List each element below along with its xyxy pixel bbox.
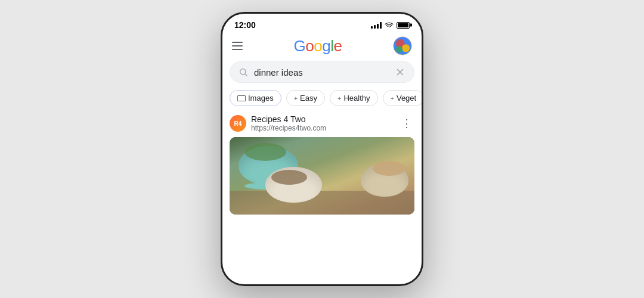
svg-line-5 bbox=[245, 74, 247, 76]
status-bar: 12:00 bbox=[222, 14, 422, 33]
svg-point-3 bbox=[396, 46, 402, 52]
chip-veget[interactable]: + Veget bbox=[383, 90, 422, 106]
chip-easy-label: Easy bbox=[300, 94, 317, 103]
chip-healthy[interactable]: + Healthy bbox=[330, 90, 378, 106]
status-icons bbox=[371, 21, 410, 29]
google-header: Google bbox=[222, 33, 422, 61]
result-header: R4 Recipes 4 Two https://recipes4two.com… bbox=[230, 114, 414, 132]
result-site-url: https://recipes4two.com bbox=[251, 124, 326, 132]
result-site-name: Recipes 4 Two bbox=[251, 114, 326, 124]
result-section: R4 Recipes 4 Two https://recipes4two.com… bbox=[222, 112, 422, 215]
avatar-image bbox=[394, 36, 411, 55]
status-time: 12:00 bbox=[234, 20, 256, 30]
svg-point-2 bbox=[402, 44, 410, 52]
search-query-text: dinner ideas bbox=[254, 67, 389, 77]
hamburger-menu-icon[interactable] bbox=[232, 42, 243, 50]
plus-icon-veget: + bbox=[391, 95, 394, 102]
food-image-background bbox=[230, 137, 414, 215]
more-options-icon[interactable]: ⋮ bbox=[399, 114, 414, 132]
avatar[interactable] bbox=[393, 36, 412, 55]
images-chip-icon bbox=[237, 95, 246, 101]
chip-veget-label: Veget bbox=[397, 94, 416, 103]
search-bar[interactable]: dinner ideas bbox=[230, 61, 414, 83]
wifi-icon bbox=[385, 21, 394, 29]
garnish-2 bbox=[271, 170, 307, 185]
garnish-3 bbox=[373, 161, 405, 176]
plus-icon-healthy: + bbox=[338, 95, 341, 102]
filter-chips: Images + Easy + Healthy + Veget bbox=[222, 83, 422, 112]
battery-icon bbox=[397, 22, 410, 29]
result-image[interactable] bbox=[230, 137, 414, 215]
chip-healthy-label: Healthy bbox=[343, 94, 370, 103]
result-site-info: Recipes 4 Two https://recipes4two.com bbox=[251, 114, 326, 132]
chip-images-label: Images bbox=[248, 94, 274, 103]
clear-search-icon[interactable] bbox=[395, 67, 405, 77]
search-icon bbox=[239, 67, 248, 77]
chip-images[interactable]: Images bbox=[230, 90, 281, 106]
chip-easy[interactable]: + Easy bbox=[286, 90, 325, 106]
phone-mockup: 12:00 bbox=[221, 12, 423, 286]
google-logo: Google bbox=[294, 37, 342, 55]
plus-icon-easy: + bbox=[294, 95, 298, 102]
site-favicon: R4 bbox=[230, 115, 246, 132]
phone-screen: 12:00 bbox=[221, 12, 423, 286]
signal-icon bbox=[371, 21, 382, 29]
garnish-1 bbox=[244, 143, 286, 161]
result-source: R4 Recipes 4 Two https://recipes4two.com bbox=[230, 114, 326, 132]
